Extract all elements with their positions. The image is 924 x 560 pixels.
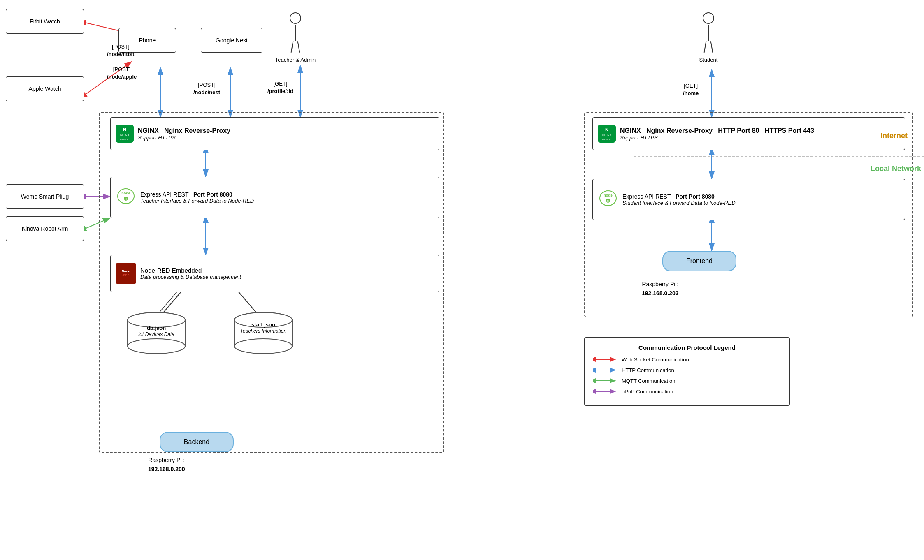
nginx-right-logo: N NGINX Part of F5 [598, 125, 616, 143]
student-head [703, 12, 714, 24]
backend-box: Backend [160, 432, 234, 452]
google-nest-box: Google Nest [201, 28, 262, 53]
pi-left-label: Raspberry Pi : 192.168.0.200 [148, 456, 185, 474]
legend-box: Communication Protocol Legend Web Socket… [584, 337, 790, 406]
staff-json-name: staff.json [251, 322, 275, 328]
node-right-logo: node JS [598, 189, 618, 210]
nodered-left-main: Node-RED Embedded [140, 267, 241, 274]
teacher-head [290, 12, 301, 24]
svg-text:-RED: -RED [122, 274, 129, 277]
teacher-figure: Teacher & Admin [283, 12, 308, 53]
svg-point-44 [234, 339, 292, 354]
node-left-box: node JS Express API REST Port Port 8080 … [110, 177, 439, 218]
legend-http-arrow [593, 367, 618, 373]
legend-mqtt-label: MQTT Communication [622, 378, 676, 384]
legend-http: HTTP Communication [593, 367, 781, 373]
node-right-main: Express API REST Port Port 8080 [622, 193, 900, 200]
legend-websocket-label: Web Socket Communication [622, 356, 689, 363]
svg-rect-35 [116, 263, 136, 284]
svg-text:JS: JS [606, 200, 609, 202]
svg-text:node: node [121, 191, 130, 195]
kinova-box: Kinova Robot Arm [6, 216, 84, 241]
svg-text:node: node [604, 193, 613, 197]
frontend-box-elem: Frontend [662, 251, 736, 271]
nginx-right-box: N NGINX Part of F5 NGINX Nginx Reverse-P… [592, 117, 905, 150]
nodered-left-logo: Node -RED [116, 263, 136, 284]
nginx-right-text: NGINX Nginx Reverse-Proxy HTTP Port 80 H… [620, 127, 814, 141]
legend-websocket: Web Socket Communication [593, 356, 781, 363]
phone-label: Phone [139, 37, 156, 44]
node-left-sub: Teacher Interface & Forward Data to Node… [140, 198, 434, 204]
student-figure: Student [696, 12, 721, 53]
student-label: Student [694, 57, 723, 63]
db-json-cylinder: db.json Iot Devices Data [123, 312, 189, 355]
nginx-left-logo: N NGINX Part of F5 [116, 125, 134, 143]
frontend-box-label: Frontend [686, 257, 713, 265]
node-right-sub: Student Interface & Forward Data to Node… [622, 200, 900, 206]
db-json-desc: Iot Devices Data [138, 331, 174, 337]
svg-point-40 [128, 339, 185, 354]
svg-text:NGINX: NGINX [120, 134, 130, 137]
svg-text:Part of F5: Part of F5 [602, 138, 611, 141]
node-left-text: Express API REST Port Port 8080 Teacher … [140, 191, 434, 204]
nginx-left-sub: Support HTTPS [138, 134, 230, 141]
svg-text:NGINX: NGINX [602, 134, 612, 137]
node-right-text: Express API REST Port Port 8080 Student … [622, 193, 900, 206]
google-nest-label: Google Nest [216, 37, 248, 44]
nginx-right-main: NGINX Nginx Reverse-Proxy HTTP Port 80 H… [620, 127, 814, 134]
node-right-box: node JS Express API REST Port Port 8080 … [592, 179, 905, 220]
fitbit-watch-label: Fitbit Watch [30, 18, 60, 25]
svg-text:N: N [123, 127, 126, 132]
legend-title: Communication Protocol Legend [593, 344, 781, 351]
legend-mqtt-arrow [593, 377, 618, 384]
staff-json-desc: Teachers Information [240, 328, 286, 334]
nginx-left-box: N NGINX Part of F5 NGINX Nginx Reverse-P… [110, 117, 439, 150]
apple-watch-label: Apple Watch [29, 86, 61, 92]
legend-upnp: uPnP Communication [593, 388, 781, 395]
local-network-label: Local Network [871, 164, 921, 173]
staff-json-cylinder: staff.json Teachers Information [230, 312, 296, 355]
route-nest: [POST] /node/nest [193, 81, 220, 96]
nginx-left-brand: NGINX Nginx Reverse-Proxy [138, 127, 230, 134]
route-home: [GET] /home [683, 82, 699, 97]
nodered-left-box: Node -RED Node-RED Embedded Data process… [110, 255, 439, 292]
diagram-container: Fitbit Watch Apple Watch Phone Google Ne… [0, 0, 924, 560]
legend-websocket-arrow [593, 356, 618, 363]
svg-text:N: N [605, 127, 608, 132]
nginx-left-text: NGINX Nginx Reverse-Proxy Support HTTPS [138, 127, 230, 141]
kinova-label: Kinova Robot Arm [22, 225, 68, 232]
teacher-label: Teacher & Admin [275, 57, 316, 63]
svg-text:Part of F5: Part of F5 [120, 138, 129, 141]
nginx-right-sub: Support HTTPS [620, 134, 814, 141]
nodered-left-text: Node-RED Embedded Data processing & Data… [140, 267, 241, 280]
node-left-logo: node JS [116, 187, 136, 208]
node-left-main: Express API REST Port Port 8080 [140, 191, 434, 198]
nodered-left-sub: Data processing & Database management [140, 274, 241, 280]
legend-mqtt: MQTT Communication [593, 377, 781, 384]
db-json-name: db.json [147, 325, 166, 331]
svg-text:Node: Node [122, 269, 130, 273]
fitbit-watch-box: Fitbit Watch [6, 9, 84, 34]
legend-upnp-arrow [593, 388, 618, 395]
backend-label: Backend [184, 438, 209, 446]
route-apple: [POST] /node/apple [107, 66, 137, 81]
legend-upnp-label: uPnP Communication [622, 389, 673, 395]
svg-text:JS: JS [124, 198, 127, 200]
wemo-box: Wemo Smart Pliug [6, 184, 84, 209]
pi-right-label: Raspberry Pi : 192.168.0.203 [642, 280, 679, 298]
internet-label: Internet [880, 132, 908, 140]
legend-http-label: HTTP Communication [622, 367, 674, 373]
route-profile: [GET] /profile/:id [267, 80, 293, 95]
route-fitbit: [POST] /node/fitbit [107, 43, 134, 58]
wemo-label: Wemo Smart Pliug [21, 193, 69, 200]
apple-watch-box: Apple Watch [6, 76, 84, 101]
